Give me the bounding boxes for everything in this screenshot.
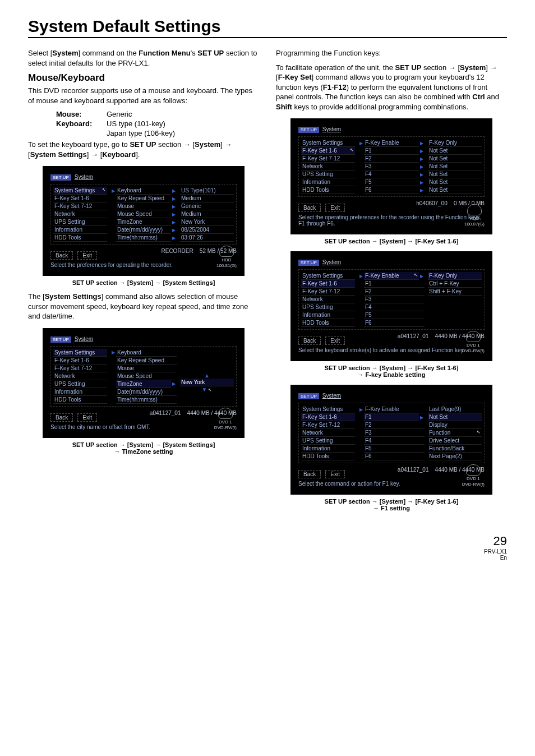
arrow-icon: ▶ bbox=[112, 188, 115, 193]
option-value[interactable]: Not Set bbox=[428, 413, 482, 421]
menu-item[interactable]: F-Key Set 7-12 bbox=[301, 288, 355, 296]
down-arrow-icon[interactable]: ▼↖ bbox=[180, 386, 234, 393]
option-value[interactable]: Ctrl + F-Key bbox=[428, 280, 482, 288]
setting-item[interactable]: F-Key Enable bbox=[364, 139, 419, 147]
menu-item[interactable]: F-Key Set 7-12 bbox=[301, 421, 355, 429]
setting-item[interactable]: Date(mm/dd/yyyy) bbox=[116, 388, 177, 396]
back-button[interactable]: Back bbox=[298, 336, 321, 345]
setting-item[interactable]: F5 bbox=[364, 311, 425, 319]
setting-item[interactable]: Mouse bbox=[116, 365, 177, 372]
setting-item[interactable]: Keyboard bbox=[116, 187, 171, 195]
menu-item[interactable]: Network bbox=[301, 163, 355, 170]
back-button[interactable]: Back bbox=[50, 413, 73, 422]
exit-button[interactable]: Exit bbox=[77, 413, 97, 422]
exit-button[interactable]: Exit bbox=[325, 204, 345, 212]
setting-item[interactable]: F3 bbox=[364, 429, 425, 437]
setting-item[interactable]: Keyboard bbox=[116, 349, 177, 357]
setting-item[interactable]: Mouse Speed bbox=[116, 372, 177, 380]
selected-timezone[interactable]: New York bbox=[180, 379, 234, 386]
setting-item[interactable]: Mouse bbox=[116, 202, 171, 210]
setting-item[interactable]: Time(hh:mm:ss) bbox=[116, 396, 177, 404]
menu-item[interactable]: System Settings bbox=[301, 405, 355, 413]
menu-item[interactable]: F-Key Set 1-6 bbox=[301, 413, 355, 421]
menu-item[interactable]: F-Key Set 7-12 bbox=[53, 202, 107, 210]
menu-item[interactable]: System Settings bbox=[301, 139, 355, 147]
menu-item[interactable]: HDD Tools bbox=[301, 453, 355, 460]
setting-item[interactable]: Time(hh:mm:ss) bbox=[116, 234, 171, 242]
menu-item[interactable]: HDD Tools bbox=[301, 186, 355, 194]
back-button[interactable]: Back bbox=[298, 470, 321, 478]
menu-item[interactable]: F-Key Set 7-12 bbox=[53, 365, 107, 372]
menu-item[interactable]: UPS Setting bbox=[53, 380, 107, 388]
setting-item[interactable]: F4 bbox=[364, 303, 425, 311]
option-value[interactable]: F-Key Only bbox=[428, 272, 482, 280]
exit-button[interactable]: Exit bbox=[325, 336, 345, 345]
menu-item[interactable]: Network bbox=[301, 429, 355, 437]
menu-item[interactable]: System Settings bbox=[53, 349, 107, 357]
menu-item[interactable]: System Settings↖ bbox=[53, 187, 107, 195]
setting-item[interactable]: F2 bbox=[364, 155, 419, 163]
menu-item[interactable]: UPS Setting bbox=[301, 437, 355, 445]
setting-value: F-Key Only bbox=[428, 139, 482, 147]
menu-item[interactable]: F-Key Set 1-6 bbox=[53, 357, 107, 365]
menu-item[interactable]: UPS Setting bbox=[53, 218, 107, 226]
menu-item[interactable]: Information bbox=[301, 311, 355, 319]
option-value[interactable]: Function/Back bbox=[428, 445, 482, 453]
disk-format: DVD-RW(f) bbox=[462, 482, 485, 487]
setting-item[interactable]: F1 bbox=[364, 413, 419, 421]
setting-item[interactable]: Date(mm/dd/yyyy) bbox=[116, 226, 171, 234]
disk-label: DVD 1 bbox=[462, 343, 485, 348]
exit-button[interactable]: Exit bbox=[325, 470, 345, 478]
exit-button[interactable]: Exit bbox=[77, 251, 97, 260]
setting-item[interactable]: Mouse Speed bbox=[116, 210, 171, 218]
menu-item[interactable]: Information bbox=[301, 445, 355, 453]
menu-item[interactable]: F-Key Set 1-6↖ bbox=[301, 147, 355, 155]
option-value[interactable]: Last Page(9) bbox=[428, 405, 482, 413]
option-value[interactable]: Function↖ bbox=[428, 429, 482, 437]
setting-item[interactable]: TimeZone bbox=[116, 218, 171, 226]
setting-item[interactable]: Key Repeat Speed bbox=[116, 357, 177, 365]
screen-title: System bbox=[322, 393, 341, 399]
setting-item[interactable]: F-Key Enable ↖ bbox=[364, 272, 419, 280]
menu-item[interactable]: F-Key Set 7-12 bbox=[301, 155, 355, 163]
menu-item[interactable]: Information bbox=[301, 178, 355, 186]
menu-item[interactable]: Information bbox=[53, 226, 107, 234]
setting-item[interactable]: Key Repeat Speed bbox=[116, 195, 171, 202]
option-value[interactable]: Display bbox=[428, 421, 482, 429]
setting-item[interactable]: F1 bbox=[364, 280, 425, 288]
setting-item[interactable]: F2 bbox=[364, 421, 425, 429]
option-value[interactable]: Next Page(2) bbox=[428, 453, 482, 460]
menu-item[interactable]: F-Key Set 1-6 bbox=[301, 280, 355, 288]
menu-item[interactable]: Network bbox=[301, 296, 355, 303]
menu-item[interactable]: HDD Tools bbox=[53, 234, 107, 242]
menu-item[interactable]: Information bbox=[53, 388, 107, 396]
setting-item[interactable]: F6 bbox=[364, 319, 425, 327]
menu-item[interactable]: Network bbox=[53, 372, 107, 380]
setting-item[interactable]: F5 bbox=[364, 445, 425, 453]
menu-item[interactable]: HDD Tools bbox=[53, 396, 107, 404]
setting-item[interactable]: F3 bbox=[364, 163, 419, 170]
menu-item[interactable]: Network bbox=[53, 210, 107, 218]
setting-item[interactable]: F1 bbox=[364, 147, 419, 155]
setting-item[interactable]: F4 bbox=[364, 437, 425, 445]
mouse-value: Generic bbox=[107, 110, 259, 118]
menu-item[interactable]: UPS Setting bbox=[301, 170, 355, 178]
menu-item[interactable]: F-Key Set 1-6 bbox=[53, 195, 107, 202]
option-value[interactable]: Drive Select bbox=[428, 437, 482, 445]
back-button[interactable]: Back bbox=[50, 251, 73, 260]
up-arrow-icon[interactable]: ▲ bbox=[180, 372, 234, 379]
back-button[interactable]: Back bbox=[298, 204, 321, 212]
setting-item[interactable]: F6 bbox=[364, 186, 419, 194]
menu-item[interactable]: UPS Setting bbox=[301, 303, 355, 311]
setting-item[interactable]: F4 bbox=[364, 170, 419, 178]
menu-item[interactable]: System Settings bbox=[301, 272, 355, 280]
setting-item[interactable]: F5 bbox=[364, 178, 419, 186]
setting-item[interactable]: F-Key Enable bbox=[364, 405, 425, 413]
setting-item[interactable]: F2 bbox=[364, 288, 425, 296]
keyboard-label: Keyboard: bbox=[56, 119, 107, 128]
option-value[interactable]: Shift + F-Key bbox=[428, 288, 482, 296]
setting-item[interactable]: F6 bbox=[364, 453, 425, 460]
setting-item[interactable]: F3 bbox=[364, 296, 425, 303]
setting-item[interactable]: TimeZone bbox=[116, 380, 171, 388]
menu-item[interactable]: HDD Tools bbox=[301, 319, 355, 327]
